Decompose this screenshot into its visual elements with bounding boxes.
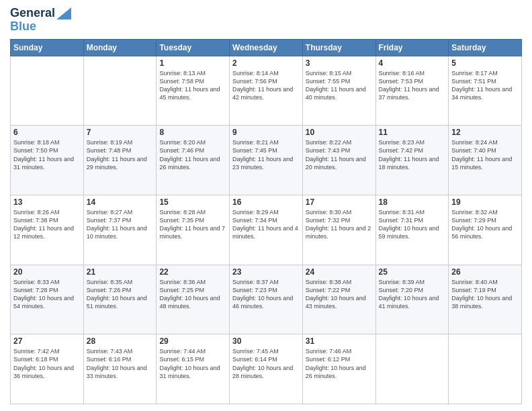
logo-blue: Blue: [10, 20, 71, 34]
calendar-cell: 11Sunrise: 8:23 AM Sunset: 7:42 PM Dayli…: [375, 126, 449, 195]
calendar-cell: 9Sunrise: 8:21 AM Sunset: 7:45 PM Daylig…: [230, 126, 303, 195]
day-info: Sunrise: 8:33 AM Sunset: 7:28 PM Dayligh…: [13, 278, 81, 311]
calendar-cell: 29Sunrise: 7:44 AM Sunset: 6:15 PM Dayli…: [157, 334, 230, 404]
day-info: Sunrise: 8:27 AM Sunset: 7:37 PM Dayligh…: [87, 208, 154, 241]
day-number: 6: [13, 128, 81, 137]
calendar-cell: 23Sunrise: 8:37 AM Sunset: 7:23 PM Dayli…: [230, 265, 303, 334]
day-info: Sunrise: 8:37 AM Sunset: 7:23 PM Dayligh…: [232, 278, 300, 311]
day-number: 4: [379, 58, 446, 68]
week-row-3: 20Sunrise: 8:33 AM Sunset: 7:28 PM Dayli…: [11, 265, 522, 334]
day-info: Sunrise: 8:19 AM Sunset: 7:48 PM Dayligh…: [87, 138, 154, 171]
day-number: 15: [159, 197, 226, 207]
day-number: 29: [159, 336, 226, 346]
day-info: Sunrise: 7:45 AM Sunset: 6:14 PM Dayligh…: [232, 347, 300, 380]
calendar-cell: [11, 56, 84, 126]
day-number: 13: [13, 197, 81, 207]
day-number: 9: [232, 128, 300, 137]
day-number: 31: [306, 336, 373, 346]
calendar-cell: [375, 334, 449, 404]
day-info: Sunrise: 8:13 AM Sunset: 7:58 PM Dayligh…: [159, 69, 226, 102]
day-number: 28: [87, 336, 154, 346]
day-number: 23: [232, 267, 300, 277]
day-info: Sunrise: 8:14 AM Sunset: 7:56 PM Dayligh…: [232, 69, 300, 102]
calendar-cell: 12Sunrise: 8:24 AM Sunset: 7:40 PM Dayli…: [449, 126, 522, 195]
day-info: Sunrise: 8:24 AM Sunset: 7:40 PM Dayligh…: [451, 138, 519, 171]
day-info: Sunrise: 8:30 AM Sunset: 7:32 PM Dayligh…: [306, 208, 373, 241]
weekday-header-wednesday: Wednesday: [230, 39, 303, 56]
day-number: 10: [306, 128, 373, 137]
day-number: 5: [451, 58, 519, 68]
day-number: 26: [451, 267, 519, 277]
calendar-cell: 27Sunrise: 7:42 AM Sunset: 6:18 PM Dayli…: [11, 334, 84, 404]
calendar-cell: 28Sunrise: 7:43 AM Sunset: 6:16 PM Dayli…: [83, 334, 157, 404]
calendar-cell: 31Sunrise: 7:46 AM Sunset: 6:12 PM Dayli…: [302, 334, 375, 404]
weekday-header-thursday: Thursday: [302, 39, 375, 56]
day-number: 7: [87, 128, 154, 137]
calendar-cell: 1Sunrise: 8:13 AM Sunset: 7:58 PM Daylig…: [157, 56, 230, 126]
logo: General Blue: [10, 7, 71, 34]
calendar-cell: 6Sunrise: 8:18 AM Sunset: 7:50 PM Daylig…: [11, 126, 84, 195]
weekday-header-friday: Friday: [375, 39, 449, 56]
weekday-header-sunday: Sunday: [11, 39, 84, 56]
day-number: 18: [379, 197, 446, 207]
day-number: 16: [232, 197, 300, 207]
calendar-cell: 14Sunrise: 8:27 AM Sunset: 7:37 PM Dayli…: [83, 195, 157, 265]
calendar-cell: [83, 56, 157, 126]
calendar-table: SundayMondayTuesdayWednesdayThursdayFrid…: [10, 39, 522, 404]
day-info: Sunrise: 8:35 AM Sunset: 7:26 PM Dayligh…: [87, 278, 154, 311]
day-number: 25: [379, 267, 446, 277]
day-info: Sunrise: 8:32 AM Sunset: 7:29 PM Dayligh…: [451, 208, 519, 241]
day-number: 11: [379, 128, 446, 137]
day-number: 22: [159, 267, 226, 277]
calendar-cell: 8Sunrise: 8:20 AM Sunset: 7:46 PM Daylig…: [157, 126, 230, 195]
calendar-cell: 20Sunrise: 8:33 AM Sunset: 7:28 PM Dayli…: [11, 265, 84, 334]
week-row-1: 6Sunrise: 8:18 AM Sunset: 7:50 PM Daylig…: [11, 126, 522, 195]
week-row-0: 1Sunrise: 8:13 AM Sunset: 7:58 PM Daylig…: [11, 56, 522, 126]
day-info: Sunrise: 7:44 AM Sunset: 6:15 PM Dayligh…: [159, 347, 226, 380]
day-number: 17: [306, 197, 373, 207]
day-info: Sunrise: 8:20 AM Sunset: 7:46 PM Dayligh…: [159, 138, 226, 171]
calendar-cell: 13Sunrise: 8:26 AM Sunset: 7:38 PM Dayli…: [11, 195, 84, 265]
calendar-cell: 10Sunrise: 8:22 AM Sunset: 7:43 PM Dayli…: [302, 126, 375, 195]
calendar-cell: 30Sunrise: 7:45 AM Sunset: 6:14 PM Dayli…: [230, 334, 303, 404]
week-row-4: 27Sunrise: 7:42 AM Sunset: 6:18 PM Dayli…: [11, 334, 522, 404]
calendar-cell: 26Sunrise: 8:40 AM Sunset: 7:19 PM Dayli…: [449, 265, 522, 334]
day-number: 21: [87, 267, 154, 277]
page: General Blue SundayMondayTuesdayWednesda…: [0, 0, 532, 411]
day-info: Sunrise: 8:28 AM Sunset: 7:35 PM Dayligh…: [159, 208, 226, 241]
day-info: Sunrise: 8:36 AM Sunset: 7:25 PM Dayligh…: [159, 278, 226, 311]
calendar-cell: 22Sunrise: 8:36 AM Sunset: 7:25 PM Dayli…: [157, 265, 230, 334]
day-info: Sunrise: 8:38 AM Sunset: 7:22 PM Dayligh…: [306, 278, 373, 311]
day-info: Sunrise: 8:15 AM Sunset: 7:55 PM Dayligh…: [306, 69, 373, 102]
weekday-header-row: SundayMondayTuesdayWednesdayThursdayFrid…: [11, 39, 522, 56]
day-number: 27: [13, 336, 81, 346]
day-number: 2: [232, 58, 300, 68]
day-number: 30: [232, 336, 300, 346]
svg-marker-0: [56, 7, 71, 19]
weekday-header-saturday: Saturday: [449, 39, 522, 56]
calendar-cell: 3Sunrise: 8:15 AM Sunset: 7:55 PM Daylig…: [302, 56, 375, 126]
day-number: 20: [13, 267, 81, 277]
day-info: Sunrise: 8:21 AM Sunset: 7:45 PM Dayligh…: [232, 138, 300, 171]
day-number: 12: [451, 128, 519, 137]
calendar-cell: [449, 334, 522, 404]
calendar-cell: 18Sunrise: 8:31 AM Sunset: 7:31 PM Dayli…: [375, 195, 449, 265]
day-number: 8: [159, 128, 226, 137]
weekday-header-monday: Monday: [83, 39, 157, 56]
day-info: Sunrise: 8:31 AM Sunset: 7:31 PM Dayligh…: [379, 208, 446, 241]
day-info: Sunrise: 8:39 AM Sunset: 7:20 PM Dayligh…: [379, 278, 446, 311]
day-number: 24: [306, 267, 373, 277]
logo-text: General Blue: [10, 7, 71, 34]
day-info: Sunrise: 8:23 AM Sunset: 7:42 PM Dayligh…: [379, 138, 446, 171]
week-row-2: 13Sunrise: 8:26 AM Sunset: 7:38 PM Dayli…: [11, 195, 522, 265]
calendar-cell: 24Sunrise: 8:38 AM Sunset: 7:22 PM Dayli…: [302, 265, 375, 334]
day-info: Sunrise: 8:40 AM Sunset: 7:19 PM Dayligh…: [451, 278, 519, 311]
day-info: Sunrise: 8:18 AM Sunset: 7:50 PM Dayligh…: [13, 138, 81, 171]
calendar-cell: 15Sunrise: 8:28 AM Sunset: 7:35 PM Dayli…: [157, 195, 230, 265]
calendar-cell: 2Sunrise: 8:14 AM Sunset: 7:56 PM Daylig…: [230, 56, 303, 126]
calendar-cell: 4Sunrise: 8:16 AM Sunset: 7:53 PM Daylig…: [375, 56, 449, 126]
day-info: Sunrise: 7:42 AM Sunset: 6:18 PM Dayligh…: [13, 347, 81, 380]
day-info: Sunrise: 8:26 AM Sunset: 7:38 PM Dayligh…: [13, 208, 81, 241]
day-info: Sunrise: 8:29 AM Sunset: 7:34 PM Dayligh…: [232, 208, 300, 241]
calendar-cell: 16Sunrise: 8:29 AM Sunset: 7:34 PM Dayli…: [230, 195, 303, 265]
